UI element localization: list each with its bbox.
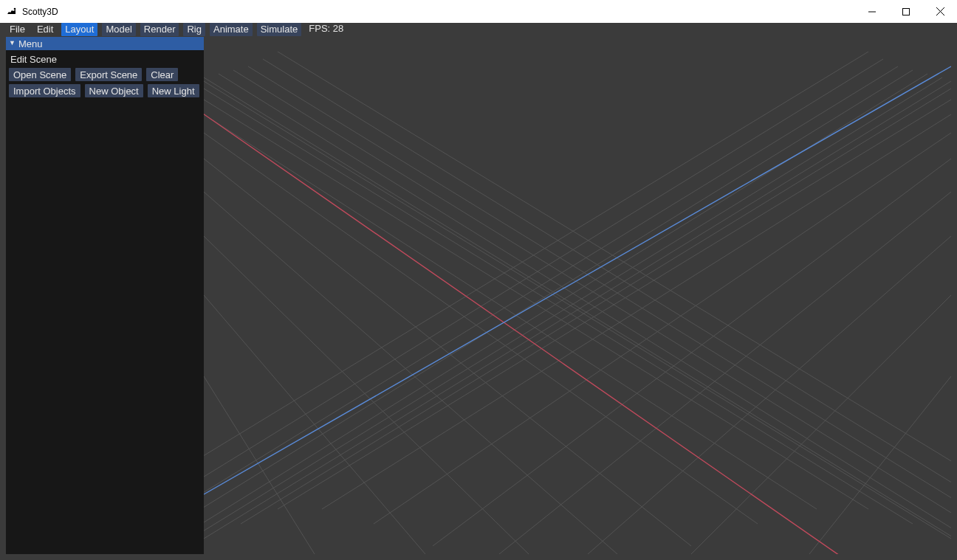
menu-file[interactable]: File [6, 23, 29, 36]
fps-counter: FPS: 28 [306, 23, 346, 36]
close-button[interactable] [923, 0, 957, 23]
svg-rect-2 [903, 8, 910, 15]
button-row-1: Open Scene Export Scene Clear [9, 68, 201, 81]
menu-animate[interactable]: Animate [210, 23, 253, 36]
panel-header[interactable]: ▼ Menu [6, 37, 204, 50]
side-panel: ▼ Menu Edit Scene Open Scene Export Scen… [6, 37, 204, 554]
app-icon [6, 6, 18, 18]
import-objects-button[interactable]: Import Objects [9, 84, 80, 97]
maximize-button[interactable] [889, 0, 923, 23]
app-root: File Edit Layout Model Render Rig Animat… [0, 23, 957, 560]
panel-body: Edit Scene Open Scene Export Scene Clear… [6, 50, 204, 103]
open-scene-button[interactable]: Open Scene [9, 68, 71, 81]
export-scene-button[interactable]: Export Scene [75, 68, 142, 81]
menu-render[interactable]: Render [140, 23, 179, 36]
svg-rect-5 [204, 37, 951, 554]
menu-layout[interactable]: Layout [61, 23, 97, 36]
menu-model[interactable]: Model [102, 23, 135, 36]
window-title: Scotty3D [22, 7, 58, 17]
svg-point-0 [14, 7, 16, 10]
window-controls [855, 0, 957, 23]
clear-button[interactable]: Clear [146, 68, 178, 81]
new-object-button[interactable]: New Object [85, 84, 143, 97]
menubar: File Edit Layout Model Render Rig Animat… [6, 23, 346, 36]
collapse-icon: ▼ [9, 39, 16, 46]
menu-edit[interactable]: Edit [33, 23, 57, 36]
button-row-2: Import Objects New Object New Light [9, 84, 201, 97]
viewport-3d[interactable] [204, 37, 951, 554]
section-label: Edit Scene [9, 53, 201, 68]
menu-simulate[interactable]: Simulate [257, 23, 302, 36]
menu-rig[interactable]: Rig [183, 23, 205, 36]
window-titlebar: Scotty3D [0, 0, 957, 23]
panel-header-label: Menu [18, 38, 43, 49]
minimize-button[interactable] [855, 0, 889, 23]
new-light-button[interactable]: New Light [148, 84, 199, 97]
